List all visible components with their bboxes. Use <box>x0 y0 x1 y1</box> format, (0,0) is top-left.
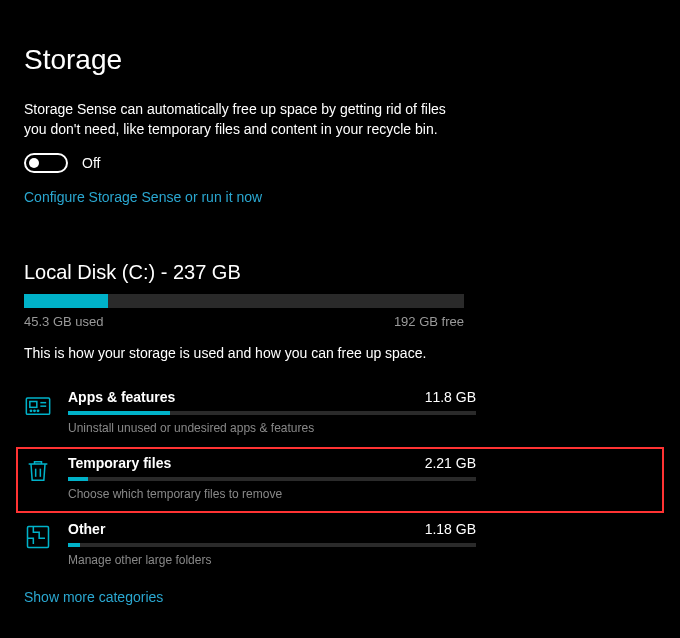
category-top-row: Temporary files2.21 GB <box>68 455 476 471</box>
category-bar <box>68 543 476 547</box>
storage-sense-description: Storage Sense can automatically free up … <box>24 100 464 139</box>
category-bar-fill <box>68 543 80 547</box>
page-title: Storage <box>24 44 656 76</box>
category-body: Apps & features11.8 GBUninstall unused o… <box>68 389 476 435</box>
disk-usage-bar-fill <box>24 294 108 308</box>
category-hint: Choose which temporary files to remove <box>68 487 476 501</box>
configure-storage-sense-link[interactable]: Configure Storage Sense or run it now <box>24 189 262 205</box>
svg-point-6 <box>37 410 38 411</box>
category-apps[interactable]: Apps & features11.8 GBUninstall unused o… <box>24 381 656 447</box>
other-icon <box>24 523 52 551</box>
category-size: 11.8 GB <box>425 389 476 405</box>
temp-icon <box>24 457 52 485</box>
show-more-categories-link[interactable]: Show more categories <box>24 589 163 605</box>
category-hint: Uninstall unused or undesired apps & fea… <box>68 421 476 435</box>
svg-rect-1 <box>30 402 37 408</box>
disk-usage-bar <box>24 294 464 308</box>
disk-free-label: 192 GB free <box>394 314 464 329</box>
disk-usage-labels: 45.3 GB used 192 GB free <box>24 314 464 329</box>
category-name: Other <box>68 521 105 537</box>
category-name: Apps & features <box>68 389 175 405</box>
usage-subtext: This is how your storage is used and how… <box>24 345 656 361</box>
category-size: 2.21 GB <box>425 455 476 471</box>
toggle-state-label: Off <box>82 155 100 171</box>
category-other[interactable]: Other1.18 GBManage other large folders <box>24 513 656 579</box>
category-bar-fill <box>68 477 88 481</box>
svg-rect-9 <box>28 527 49 548</box>
svg-point-5 <box>34 410 35 411</box>
category-top-row: Other1.18 GB <box>68 521 476 537</box>
category-body: Other1.18 GBManage other large folders <box>68 521 476 567</box>
category-bar-fill <box>68 411 170 415</box>
category-name: Temporary files <box>68 455 171 471</box>
category-size: 1.18 GB <box>425 521 476 537</box>
apps-icon <box>24 391 52 419</box>
disk-used-label: 45.3 GB used <box>24 314 104 329</box>
storage-sense-toggle-row: Off <box>24 153 656 173</box>
category-body: Temporary files2.21 GBChoose which tempo… <box>68 455 476 501</box>
category-top-row: Apps & features11.8 GB <box>68 389 476 405</box>
category-bar <box>68 477 476 481</box>
svg-point-4 <box>30 410 31 411</box>
category-bar <box>68 411 476 415</box>
category-temp[interactable]: Temporary files2.21 GBChoose which tempo… <box>16 447 664 513</box>
category-hint: Manage other large folders <box>68 553 476 567</box>
storage-sense-toggle[interactable] <box>24 153 68 173</box>
local-disk-header: Local Disk (C:) - 237 GB <box>24 261 656 284</box>
toggle-knob <box>29 158 39 168</box>
